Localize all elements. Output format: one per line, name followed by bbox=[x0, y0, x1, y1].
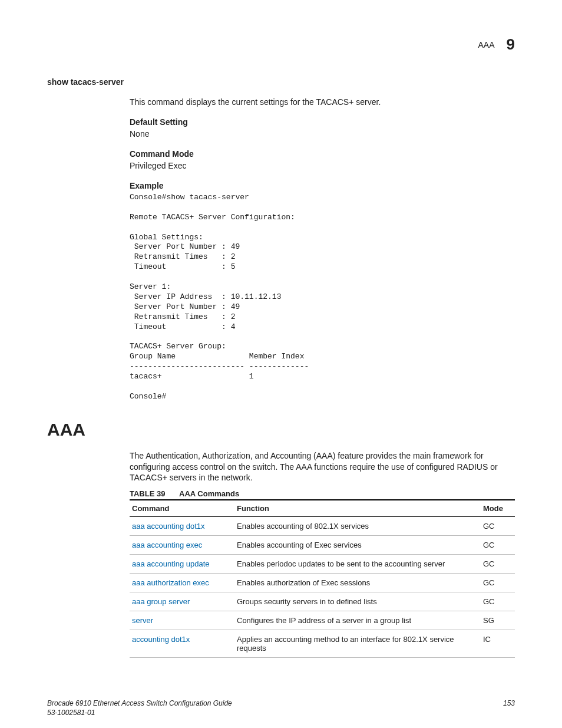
cmd-function: Enables authorization of Exec sessions bbox=[234, 574, 481, 592]
aaa-commands-table: Command Function Mode aaa accounting dot… bbox=[130, 499, 515, 658]
th-mode: Mode bbox=[481, 500, 515, 517]
cmd-mode: GC bbox=[481, 555, 515, 574]
cmd-link[interactable]: aaa group server bbox=[130, 592, 234, 611]
page-header: AAA 9 bbox=[47, 35, 515, 54]
table-number: TABLE 39 bbox=[130, 489, 165, 498]
cmd-mode: GC bbox=[481, 517, 515, 536]
cmd-function: Groups security servers in to defined li… bbox=[234, 592, 481, 611]
th-command: Command bbox=[130, 500, 234, 517]
cmd-function: Enables accounting of 802.1X services bbox=[234, 517, 481, 536]
cmd-mode: GC bbox=[481, 574, 515, 592]
command-title: show tacacs-server bbox=[47, 77, 515, 87]
default-setting-heading: Default Setting bbox=[130, 117, 515, 127]
command-description: This command displays the current settin… bbox=[130, 97, 515, 107]
cmd-function: Applies an accounting method to an inter… bbox=[234, 630, 481, 658]
footer-page-number: 153 bbox=[503, 699, 515, 717]
cmd-mode: IC bbox=[481, 630, 515, 658]
page-footer: Brocade 6910 Ethernet Access Switch Conf… bbox=[47, 699, 515, 717]
section-intro: The Authentication, Authorization, and A… bbox=[130, 450, 515, 484]
cmd-link[interactable]: aaa accounting dot1x bbox=[130, 517, 234, 536]
table-caption: TABLE 39 AAA Commands bbox=[130, 489, 515, 498]
command-mode-heading: Command Mode bbox=[130, 149, 515, 159]
default-setting-value: None bbox=[130, 129, 515, 139]
footer-doc-id: 53-1002581-01 bbox=[47, 709, 232, 718]
cmd-mode: GC bbox=[481, 592, 515, 611]
table-row: aaa accounting exec Enables accounting o… bbox=[130, 536, 515, 555]
cmd-mode: SG bbox=[481, 611, 515, 630]
command-mode-value: Privileged Exec bbox=[130, 161, 515, 170]
cmd-mode: GC bbox=[481, 536, 515, 555]
example-code-block: Console#show tacacs-server Remote TACACS… bbox=[130, 193, 515, 402]
th-function: Function bbox=[234, 500, 481, 517]
table-row: accounting dot1x Applies an accounting m… bbox=[130, 630, 515, 658]
section-title-aaa: AAA bbox=[47, 420, 515, 440]
cmd-link[interactable]: aaa accounting exec bbox=[130, 536, 234, 555]
table-row: aaa accounting dot1x Enables accounting … bbox=[130, 517, 515, 536]
cmd-link[interactable]: server bbox=[130, 611, 234, 630]
header-chapter-number: 9 bbox=[507, 35, 515, 54]
table-row: aaa authorization exec Enables authoriza… bbox=[130, 574, 515, 592]
footer-doc-title: Brocade 6910 Ethernet Access Switch Conf… bbox=[47, 699, 232, 709]
cmd-function: Enables accounting of Exec services bbox=[234, 536, 481, 555]
cmd-function: Enables periodoc updates to be sent to t… bbox=[234, 555, 481, 574]
cmd-link[interactable]: aaa authorization exec bbox=[130, 574, 234, 592]
table-row: aaa accounting update Enables periodoc u… bbox=[130, 555, 515, 574]
table-title: AAA Commands bbox=[179, 489, 239, 498]
cmd-link[interactable]: aaa accounting update bbox=[130, 555, 234, 574]
cmd-function: Configures the IP address of a server in… bbox=[234, 611, 481, 630]
header-section-label: AAA bbox=[478, 40, 495, 50]
cmd-link[interactable]: accounting dot1x bbox=[130, 630, 234, 658]
table-row: server Configures the IP address of a se… bbox=[130, 611, 515, 630]
table-row: aaa group server Groups security servers… bbox=[130, 592, 515, 611]
example-heading: Example bbox=[130, 181, 515, 190]
